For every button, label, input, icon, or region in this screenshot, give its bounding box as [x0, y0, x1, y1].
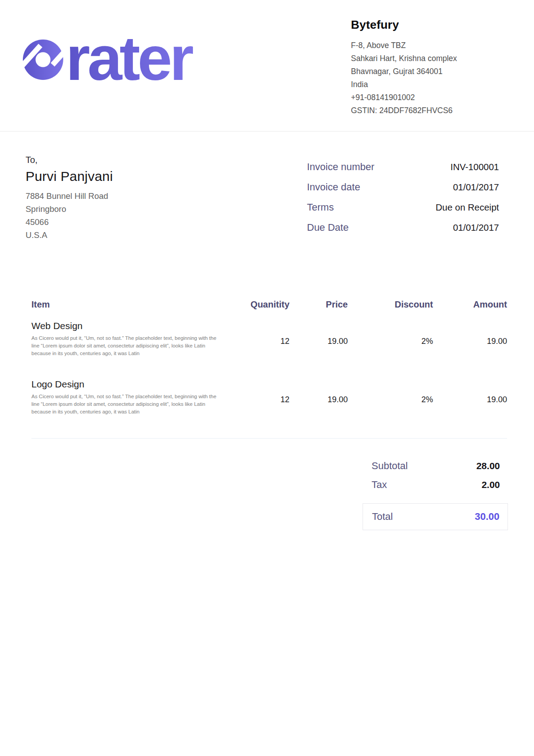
customer-address-line: 45066 [26, 215, 113, 229]
total-box: Total 30.00 [363, 503, 508, 530]
company-address-line: Sahkari Hart, Krishna complex [351, 52, 507, 65]
customer-address: 7884 Bunnel Hill Road Springboro 45066 U… [26, 189, 113, 242]
item-cell: Web Design As Cicero would put it, “Um, … [31, 321, 233, 379]
company-name: Bytefury [351, 18, 507, 32]
invoice-date-label: Invoice date [307, 181, 360, 193]
customer-address-line: U.S.A [26, 229, 113, 242]
invoice-number-label: Invoice number [307, 161, 374, 173]
totals-section: Subtotal 28.00 Tax 2.00 Total 30.00 [363, 460, 508, 530]
company-address-line: India [351, 78, 507, 91]
terms-row: Terms Due on Receipt [307, 202, 499, 213]
company-address-line: F-8, Above TBZ [351, 39, 507, 52]
bill-to-label: To, [26, 155, 113, 165]
column-header-item: Item [31, 299, 233, 321]
item-cell: Logo Design As Cicero would put it, “Um,… [31, 379, 233, 437]
item-amount: 19.00 [433, 321, 507, 379]
terms-label: Terms [307, 202, 334, 213]
table-bottom-divider [31, 438, 507, 439]
item-quantity: 12 [233, 379, 289, 437]
invoice-number-row: Invoice number INV-100001 [307, 161, 499, 173]
subtotal-label: Subtotal [372, 460, 408, 472]
due-date-value: 01/01/2017 [453, 222, 499, 233]
invoice-date-value: 01/01/2017 [453, 182, 499, 193]
item-discount: 2% [348, 321, 433, 379]
company-phone: +91-08141901002 [351, 91, 507, 104]
column-header-discount: Discount [348, 299, 433, 321]
item-discount: 2% [348, 379, 433, 437]
items-table: Item Quanitity Price Discount Amount Web… [31, 299, 507, 439]
column-header-amount: Amount [433, 299, 507, 321]
subtotal-value: 28.00 [476, 461, 500, 471]
item-quantity: 12 [233, 321, 289, 379]
bill-to-block: To, Purvi Panjvani 7884 Bunnel Hill Road… [26, 155, 113, 242]
company-block: Bytefury F-8, Above TBZ Sahkari Hart, Kr… [351, 18, 507, 117]
invoice-date-row: Invoice date 01/01/2017 [307, 181, 499, 193]
company-address: F-8, Above TBZ Sahkari Hart, Krishna com… [351, 39, 507, 117]
item-name: Web Design [31, 321, 233, 331]
tax-value: 2.00 [481, 479, 500, 490]
customer-name: Purvi Panjvani [26, 169, 113, 184]
customer-address-line: Springboro [26, 202, 113, 215]
invoice-header: rater Bytefury F-8, Above TBZ Sahkari Ha… [0, 0, 534, 132]
terms-value: Due on Receipt [436, 202, 499, 213]
invoice-number-value: INV-100001 [451, 162, 499, 172]
item-amount: 19.00 [433, 379, 507, 437]
invoice-meta-block: Invoice number INV-100001 Invoice date 0… [307, 161, 499, 242]
subtotal-row: Subtotal 28.00 [363, 460, 508, 472]
due-date-label: Due Date [307, 222, 349, 233]
crater-logo: rater [21, 31, 219, 86]
column-header-quantity: Quanitity [233, 299, 289, 321]
tax-label: Tax [372, 479, 387, 491]
column-header-price: Price [289, 299, 348, 321]
billing-section: To, Purvi Panjvani 7884 Bunnel Hill Road… [0, 132, 534, 242]
item-description: As Cicero would put it, “Um, not so fast… [31, 334, 223, 357]
company-gstin: GSTIN: 24DDF7682FHVCS6 [351, 104, 507, 117]
total-label: Total [372, 511, 393, 523]
item-price: 19.00 [289, 321, 348, 379]
item-name: Logo Design [31, 379, 233, 390]
item-description: As Cicero would put it, “Um, not so fast… [31, 393, 223, 416]
customer-address-line: 7884 Bunnel Hill Road [26, 189, 113, 202]
company-address-line: Bhavnagar, Gujrat 364001 [351, 65, 507, 78]
total-value: 30.00 [475, 511, 499, 523]
crater-wordmark-text: rater [66, 31, 193, 84]
tax-row: Tax 2.00 [363, 479, 508, 491]
item-price: 19.00 [289, 379, 348, 437]
due-date-row: Due Date 01/01/2017 [307, 222, 499, 233]
crater-logo-icon: rater [21, 31, 219, 84]
